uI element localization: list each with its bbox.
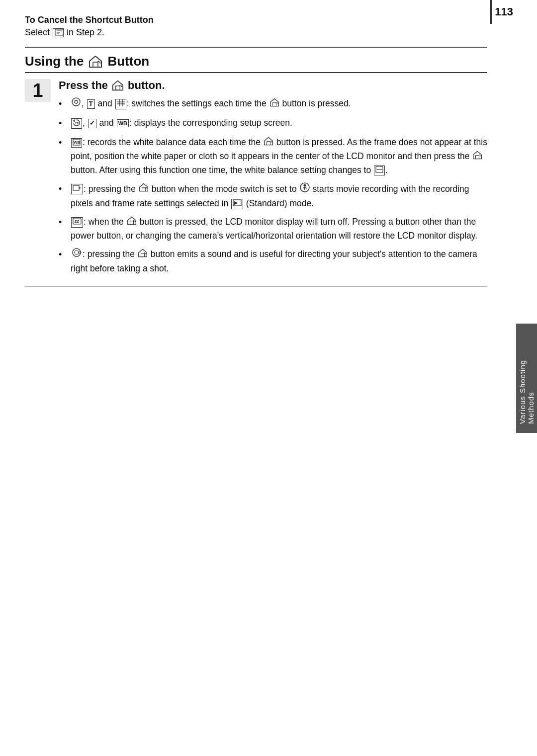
page-number-bar xyxy=(490,0,492,24)
btn-icon-inline-3 xyxy=(263,136,274,150)
step-title-suffix: button. xyxy=(128,79,165,92)
svg-marker-16 xyxy=(73,119,75,122)
bullet-text-3-a: records the white balance data each time… xyxy=(88,137,263,147)
wb-result-icon xyxy=(374,166,385,175)
bullet-text-6: : pressing the button emits a sound and … xyxy=(71,248,487,275)
bullet-text-5: zz : when the button is pressed, the LCD… xyxy=(71,215,487,243)
movie-mode-icon xyxy=(299,182,310,197)
bullet-list: • , T and : switches the settings each t… xyxy=(59,97,487,275)
svg-marker-40 xyxy=(139,249,147,256)
bullet-text-5-a: when the xyxy=(89,217,126,227)
camera-btn-icon xyxy=(88,55,103,68)
and-text-2: and xyxy=(99,118,116,128)
T-icon: T xyxy=(87,99,95,109)
cancel-body-text2: in Step 2. xyxy=(67,27,104,37)
btn-icon-inline-6 xyxy=(137,248,148,261)
bullet-item-5: • zz : when the button is pressed, the L… xyxy=(59,215,487,243)
bullet-item-4: • : pressing the button when the mode sw… xyxy=(59,182,487,210)
grid-icon xyxy=(115,99,126,109)
step-1-row: 1 Press the button. • xyxy=(25,73,487,287)
section-heading-suffix: Button xyxy=(107,54,149,69)
svg-rect-7 xyxy=(116,86,120,90)
svg-marker-27 xyxy=(79,187,81,189)
bullet-item-6: • : pressing the button emits a sound an… xyxy=(59,248,487,275)
sound-icon xyxy=(71,248,82,261)
svg-rect-15 xyxy=(272,103,276,106)
svg-marker-36 xyxy=(127,217,136,224)
svg-marker-28 xyxy=(140,184,148,191)
shortcut-svg xyxy=(55,29,64,36)
bullet-text-2-rest: displays the corresponding setup screen. xyxy=(134,118,292,128)
bullet-dot-3: • xyxy=(59,136,70,150)
bullet-text-3: WB : records the white balance data each… xyxy=(71,136,487,177)
btn-icon-inline-4 xyxy=(138,182,149,196)
bullet-text-4-a: pressing the xyxy=(89,183,138,193)
bullet-item-1: • , T and : switches the settings each t… xyxy=(59,97,487,111)
bullet-text-4: : pressing the button when the mode swit… xyxy=(71,182,487,210)
and-text-1: and xyxy=(98,98,115,108)
svg-rect-21 xyxy=(267,141,270,145)
svg-rect-23 xyxy=(476,155,479,159)
svg-point-39 xyxy=(75,251,79,254)
svg-rect-41 xyxy=(141,253,145,257)
svg-point-31 xyxy=(303,184,306,186)
svg-marker-22 xyxy=(473,151,482,159)
svg-rect-5 xyxy=(93,62,98,67)
circle-target-icon xyxy=(71,97,81,111)
svg-text:zz: zz xyxy=(74,219,80,224)
cancel-section-body: Select in Step 2. xyxy=(25,27,487,38)
btn-icon-inline-3b xyxy=(472,150,483,164)
page-number: 113 xyxy=(495,5,513,18)
svg-marker-4 xyxy=(90,56,101,67)
bullet-text-1-rest: switches the settings each time the xyxy=(131,98,268,108)
svg-marker-6 xyxy=(113,81,123,90)
svg-rect-26 xyxy=(73,185,79,190)
svg-point-38 xyxy=(73,249,81,256)
bullet-dot-2: • xyxy=(59,117,70,131)
wb-icon: WB xyxy=(117,119,129,127)
cancel-section: To Cancel the Shortcut Button Select in … xyxy=(25,15,487,38)
btn-icon-inline-1 xyxy=(269,97,280,111)
standard-mode-icon: ▶ xyxy=(231,199,243,209)
bullet-text-1: , T and : switches the settings each tim… xyxy=(71,97,487,111)
svg-text:WB: WB xyxy=(74,140,81,145)
section-heading-prefix: Using the xyxy=(25,54,84,69)
svg-point-8 xyxy=(72,98,80,106)
page-number-area: 113 xyxy=(490,0,513,24)
svg-rect-37 xyxy=(130,221,133,225)
step-btn-icon-inline xyxy=(111,80,125,91)
section-btn-svg xyxy=(88,55,103,68)
bullet-dot-5: • xyxy=(59,216,70,230)
svg-point-9 xyxy=(75,100,78,103)
step-1-content: Press the button. • xyxy=(59,79,487,280)
bullet-text-2: zz , ✓ and WB: displays the correspondin… xyxy=(71,116,487,130)
svg-rect-29 xyxy=(142,188,146,191)
step-btn-svg xyxy=(111,80,125,91)
bullet-text-6-a: pressing the xyxy=(88,249,137,259)
step-number-1: 1 xyxy=(25,79,51,102)
side-tab: Various Shooting Methods xyxy=(516,324,537,433)
step-1-title: Press the button. xyxy=(59,79,487,92)
shortcut-icon-inline xyxy=(53,28,64,37)
movie-icon xyxy=(71,184,83,194)
bullet-item-2: • zz , ✓ and WB: displays the correspond… xyxy=(59,116,487,131)
bullet-dot-4: • xyxy=(59,182,70,196)
sleep-icon: zz xyxy=(71,217,83,228)
bullet-dot-1: • xyxy=(59,97,70,111)
bullet-dot-6: • xyxy=(59,248,70,262)
btn-icon-inline-5 xyxy=(126,216,137,229)
cancel-body-text1: Select xyxy=(25,27,50,37)
bullet-text-4-b: button when the mode switch is set to xyxy=(152,183,299,193)
bullet-text-3-c: button. After using this function one ti… xyxy=(71,165,373,175)
section-divider-top xyxy=(25,47,487,48)
svg-marker-20 xyxy=(265,137,273,145)
svg-marker-14 xyxy=(270,98,278,106)
wb-custom-icon: WB xyxy=(71,138,82,148)
cancel-section-title: To Cancel the Shortcut Button xyxy=(25,15,487,25)
bullet-item-3: • WB : records the white balance data ea… xyxy=(59,136,487,177)
rotate-icon: zz xyxy=(71,118,82,129)
section-header: Using the Button xyxy=(25,54,487,73)
step-title-prefix: Press the xyxy=(59,79,108,92)
svg-text:zz: zz xyxy=(75,121,79,125)
side-tab-label: Various Shooting Methods xyxy=(518,333,535,424)
